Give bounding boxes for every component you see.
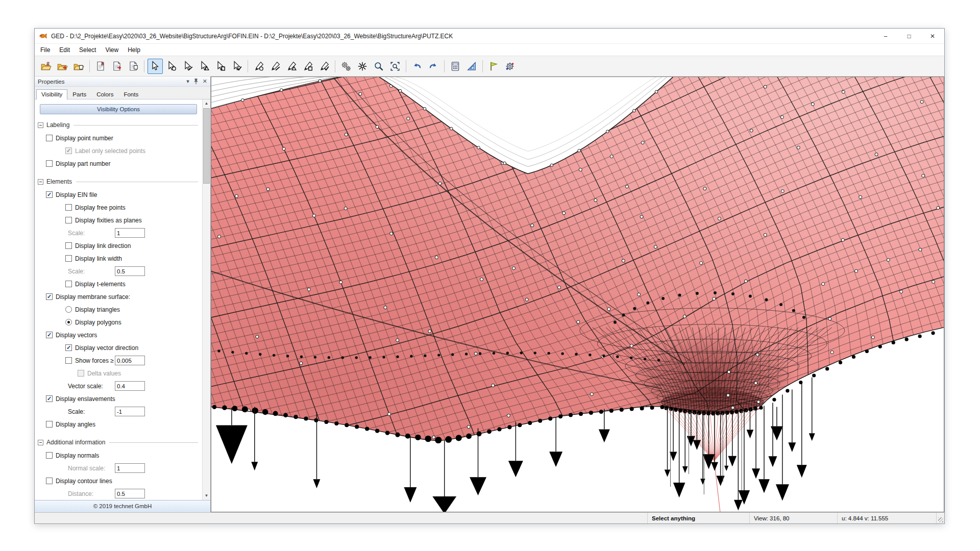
display-fixities-as-planes-checkbox[interactable] (65, 217, 72, 223)
display-polygons-radio[interactable] (65, 319, 72, 325)
additional-information-collapse-toggle[interactable] (38, 440, 43, 445)
select-points-tool-button[interactable] (164, 59, 179, 74)
display-vectors-checkbox[interactable]: ✓ (46, 332, 53, 338)
elements-collapse-toggle[interactable] (38, 179, 43, 185)
vector-scale-input[interactable] (115, 381, 145, 391)
labeling-collapse-toggle[interactable] (38, 122, 43, 128)
display-contour-lines-checkbox[interactable] (46, 478, 53, 484)
zoom-rect-icon (389, 61, 401, 72)
display-ein-file-checkbox[interactable]: ✓ (46, 191, 53, 198)
edit-elements-tool-button[interactable] (316, 59, 332, 74)
undo-button[interactable] (409, 59, 425, 74)
properties-panel-titlebar[interactable]: Properties ▾ ✕ (35, 77, 210, 87)
normal-scale-input[interactable] (115, 463, 145, 473)
tab-fonts[interactable]: Fonts (118, 89, 143, 99)
display-point-number-checkbox[interactable] (46, 135, 53, 141)
svg-text:#: # (46, 61, 50, 66)
toolbar-separator (482, 60, 483, 72)
transform-tool-button[interactable] (338, 59, 354, 74)
normal-scale-label: Normal scale: (68, 465, 105, 472)
chevron-down-icon[interactable]: ▾ (186, 78, 189, 85)
close-button[interactable]: ✕ (921, 29, 944, 43)
display-vector-direction-checkbox[interactable]: ✓ (65, 344, 72, 351)
menu-view[interactable]: View (101, 45, 123, 55)
scale-input[interactable] (115, 228, 145, 238)
menu-select[interactable]: Select (75, 45, 101, 55)
scrollbar-up-arrow-icon[interactable]: ▲ (203, 99, 210, 108)
measure-tool-button[interactable] (464, 59, 479, 74)
explode-tool-button[interactable] (355, 59, 370, 74)
resize-grip[interactable] (936, 513, 944, 523)
display-point-number-label: Display point number (56, 135, 113, 142)
tab-parts[interactable]: Parts (67, 89, 91, 99)
settings-button[interactable] (502, 59, 518, 74)
display-membrane-surface-checkbox[interactable]: ✓ (46, 293, 53, 300)
set-square-icon (466, 61, 477, 72)
scale-label: Scale: (68, 268, 85, 275)
row-scale: Scale: (35, 265, 202, 278)
display-triangles-radio[interactable] (65, 306, 72, 313)
scale-input[interactable] (115, 266, 145, 276)
visibility-options-rows: LabelingDisplay point number✓Label only … (35, 118, 202, 500)
label-only-selected-points-label: Label only selected points (75, 147, 145, 155)
display-angles-checkbox[interactable] (46, 421, 53, 428)
svg-text:#: # (101, 61, 104, 66)
panel-scrollbar[interactable]: ▲ ▼ (202, 99, 210, 500)
maximize-button[interactable]: □ (897, 29, 921, 43)
save-file-button[interactable] (109, 59, 125, 74)
calculator-icon (450, 61, 461, 72)
scene-svg (211, 77, 944, 512)
panel-close-icon[interactable]: ✕ (203, 78, 207, 85)
calculator-button[interactable] (448, 59, 463, 74)
display-normals-checkbox[interactable] (46, 452, 53, 459)
scale-input[interactable] (115, 407, 145, 416)
minimize-button[interactable]: – (874, 29, 897, 43)
create-point-tool-button[interactable] (251, 59, 266, 74)
scrollbar-thumb[interactable] (203, 108, 210, 184)
vector-scale-label: Vector scale: (68, 383, 103, 390)
row-display-ein-file: ✓Display EIN file (35, 188, 202, 201)
show-forces-checkbox[interactable] (65, 357, 72, 364)
select-all-elements-tool-button[interactable] (229, 59, 244, 74)
display-enslavements-checkbox[interactable]: ✓ (46, 395, 53, 402)
display-link-direction-checkbox[interactable] (65, 242, 72, 249)
show-forces-input[interactable] (115, 356, 145, 365)
select-links-tool-button[interactable] (180, 59, 195, 74)
display-link-width-checkbox[interactable] (65, 255, 72, 262)
toolbar-separator (335, 60, 335, 72)
redo-button[interactable] (426, 59, 441, 74)
display-t-elements-checkbox[interactable] (65, 281, 72, 287)
scrollbar-down-arrow-icon[interactable]: ▼ (203, 492, 210, 500)
display-part-number-checkbox[interactable] (46, 160, 53, 167)
select-quads-tool-button[interactable] (213, 59, 228, 74)
viewport-canvas[interactable] (211, 77, 944, 512)
tab-colors[interactable]: Colors (91, 89, 118, 99)
open-part-file-button[interactable] (71, 59, 86, 74)
window-controls: – □ ✕ (874, 29, 944, 43)
pin-icon[interactable] (193, 78, 199, 85)
zoom-tool-button[interactable] (371, 59, 386, 74)
row-label-only-selected-points: ✓Label only selected points (35, 144, 202, 157)
save-part-file-button[interactable] (126, 59, 141, 74)
create-link-tool-button[interactable] (267, 59, 283, 74)
save-ein-file-button[interactable]: # (93, 59, 108, 74)
tab-visibility[interactable]: Visibility (36, 89, 67, 99)
open-ein-file-button[interactable]: # (38, 59, 54, 74)
group-rule (74, 125, 198, 126)
distance-input[interactable] (115, 489, 145, 498)
delta-values-checkbox (78, 370, 84, 377)
display-t-elements-label: Display t-elements (75, 281, 126, 288)
menu-help[interactable]: Help (123, 45, 145, 55)
select-triangles-tool-button[interactable] (197, 59, 212, 74)
labeling-group-label: Labeling (46, 121, 69, 129)
open-file-button[interactable] (55, 59, 70, 74)
menu-edit[interactable]: Edit (55, 45, 75, 55)
zoom-extents-button[interactable] (387, 59, 403, 74)
run-button[interactable] (486, 59, 501, 74)
select-tool-button[interactable] (148, 59, 163, 74)
display-free-points-checkbox[interactable] (65, 204, 72, 211)
create-quad-tool-button[interactable] (300, 59, 315, 74)
status-coords: u: 4.844 v: 11.555 (837, 513, 936, 523)
create-triangle-tool-button[interactable] (284, 59, 299, 74)
menu-file[interactable]: File (36, 45, 55, 55)
